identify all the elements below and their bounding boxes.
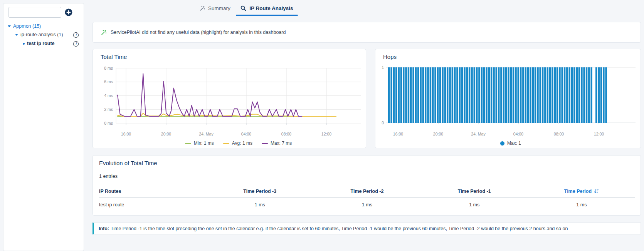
sidebar-item-ip-route-analysis[interactable]: ip-route-analysis (1) xyxy=(15,32,63,37)
main-content: Summary IP Route Analysis ServicePilotAI… xyxy=(92,0,641,251)
ai-banner: ServicePilotAI did not find any useful d… xyxy=(92,22,641,43)
info-bar-text: Time Period -1 is the time slot precedin… xyxy=(111,226,568,231)
table-header-row: IP RoutesTime Period -3Time Period -2Tim… xyxy=(99,185,635,198)
evolution-table-title: Evolution of Total Time xyxy=(99,160,157,166)
legend-item-avg[interactable]: Avg: 1 ms xyxy=(223,141,252,146)
svg-text:24. May: 24. May xyxy=(199,132,214,136)
bullet-icon xyxy=(23,43,25,45)
svg-text:0: 0 xyxy=(382,120,384,125)
svg-text:12:00: 12:00 xyxy=(594,132,604,136)
hops-chart: 1016:0020:0024. May04:0008:0012:00 xyxy=(375,49,641,149)
wand-sparkles-icon xyxy=(101,30,107,35)
row-value: 1 ms xyxy=(206,202,313,207)
sorted-column-label[interactable]: Time Period xyxy=(564,189,592,194)
legend-swatch-icon xyxy=(185,143,191,144)
column-header-time-period-3[interactable]: Time Period -3 xyxy=(206,189,313,194)
tab-summary-label[interactable]: Summary xyxy=(208,5,230,11)
svg-text:i: i xyxy=(75,42,77,46)
row-value: 1 ms xyxy=(528,202,635,207)
svg-text:12:00: 12:00 xyxy=(321,132,331,136)
search-icon xyxy=(240,5,246,11)
hops-title: Hops xyxy=(383,54,397,60)
wand-icon xyxy=(200,6,205,11)
row-ip-route-name: test ip route xyxy=(99,202,206,207)
tree-root-label[interactable]: Appmon (15) xyxy=(13,23,41,29)
caret-down-icon[interactable] xyxy=(8,25,11,27)
tab-ip-route-analysis-label[interactable]: IP Route Analysis xyxy=(249,5,293,11)
row-value: 1 ms xyxy=(313,202,420,207)
svg-text:04:00: 04:00 xyxy=(241,132,251,136)
legend-item-max[interactable]: Max: 1 xyxy=(500,141,521,146)
svg-text:20:00: 20:00 xyxy=(433,132,443,136)
svg-text:1: 1 xyxy=(382,65,384,70)
tree-leaf-label[interactable]: test ip route xyxy=(27,41,55,46)
info-circle-icon[interactable]: i xyxy=(73,41,79,47)
entries-count: 1 entries xyxy=(99,174,118,179)
evolution-table-card: Evolution of Total Time 1 entries IP Rou… xyxy=(92,155,641,216)
tabbar-divider xyxy=(92,16,641,16)
total-time-chart: 8 ms6 ms4 ms2 ms0 ms16:0020:0024. May04:… xyxy=(93,49,367,149)
svg-text:16:00: 16:00 xyxy=(121,132,131,136)
svg-text:4 ms: 4 ms xyxy=(104,93,113,98)
svg-text:6 ms: 6 ms xyxy=(104,79,113,84)
column-header-time-period-1[interactable]: Time Period -1 xyxy=(421,189,528,194)
legend-label[interactable]: Avg: 1 ms xyxy=(232,141,252,146)
info-bar: Info: Time Period -1 is the time slot pr… xyxy=(92,223,641,234)
legend-swatch-icon xyxy=(223,143,229,144)
add-button[interactable] xyxy=(64,8,73,17)
legend-label[interactable]: Max: 1 xyxy=(507,141,521,146)
svg-text:i: i xyxy=(75,33,77,37)
svg-text:8 ms: 8 ms xyxy=(104,66,113,70)
legend-dot-icon xyxy=(500,141,504,146)
table-row: test ip route1 ms1 ms1 ms1 ms xyxy=(99,197,635,212)
svg-text:0 ms: 0 ms xyxy=(104,121,113,126)
hops-legend: Max: 1 xyxy=(386,141,636,146)
sidebar-item-appmon[interactable]: Appmon (15) xyxy=(8,23,41,29)
active-tab-underline xyxy=(236,15,298,16)
legend-label[interactable]: Max: 7 ms xyxy=(271,141,292,146)
total-time-title: Total Time xyxy=(101,54,127,60)
legend-item-max[interactable]: Max: 7 ms xyxy=(262,141,292,146)
svg-text:08:00: 08:00 xyxy=(554,132,564,136)
svg-text:20:00: 20:00 xyxy=(161,132,171,136)
legend-item-min[interactable]: Min: 1 ms xyxy=(185,141,214,146)
column-header-time-period[interactable]: Time Period xyxy=(528,189,635,194)
search-input[interactable] xyxy=(8,7,61,18)
sidebar-item-test-ip-route[interactable]: test ip route xyxy=(23,41,55,46)
row-value: 1 ms xyxy=(421,202,528,207)
info-bar-label: Info: xyxy=(99,226,109,231)
sort-desc-icon xyxy=(594,189,599,194)
column-header-time-period-2[interactable]: Time Period -2 xyxy=(313,189,420,194)
legend-swatch-icon xyxy=(262,143,268,144)
svg-text:2 ms: 2 ms xyxy=(104,107,113,112)
svg-text:24. May: 24. May xyxy=(471,132,486,136)
sidebar: Appmon (15) ip-route-analysis (1) i test… xyxy=(3,3,84,251)
tree-group-label[interactable]: ip-route-analysis (1) xyxy=(20,32,63,37)
svg-text:16:00: 16:00 xyxy=(393,132,403,136)
total-time-card: 8 ms6 ms4 ms2 ms0 ms16:0020:0024. May04:… xyxy=(92,49,366,148)
caret-down-icon[interactable] xyxy=(15,34,18,36)
total-time-legend: Min: 1 msAvg: 1 msMax: 7 ms xyxy=(116,141,361,146)
info-circle-icon[interactable]: i xyxy=(73,32,79,38)
column-header-ip-routes[interactable]: IP Routes xyxy=(99,189,206,194)
legend-label[interactable]: Min: 1 ms xyxy=(194,141,214,146)
svg-text:04:00: 04:00 xyxy=(513,132,523,136)
ai-banner-text: ServicePilotAI did not find any useful d… xyxy=(111,30,286,35)
tab-summary[interactable]: Summary xyxy=(193,2,237,15)
hops-card: 1016:0020:0024. May04:0008:0012:00 Hops … xyxy=(375,49,641,148)
plus-circle-icon xyxy=(64,8,73,17)
svg-text:08:00: 08:00 xyxy=(281,132,291,136)
tab-ip-route-analysis[interactable]: IP Route Analysis xyxy=(236,2,298,15)
dashboard: Appmon (15) ip-route-analysis (1) i test… xyxy=(0,0,644,251)
